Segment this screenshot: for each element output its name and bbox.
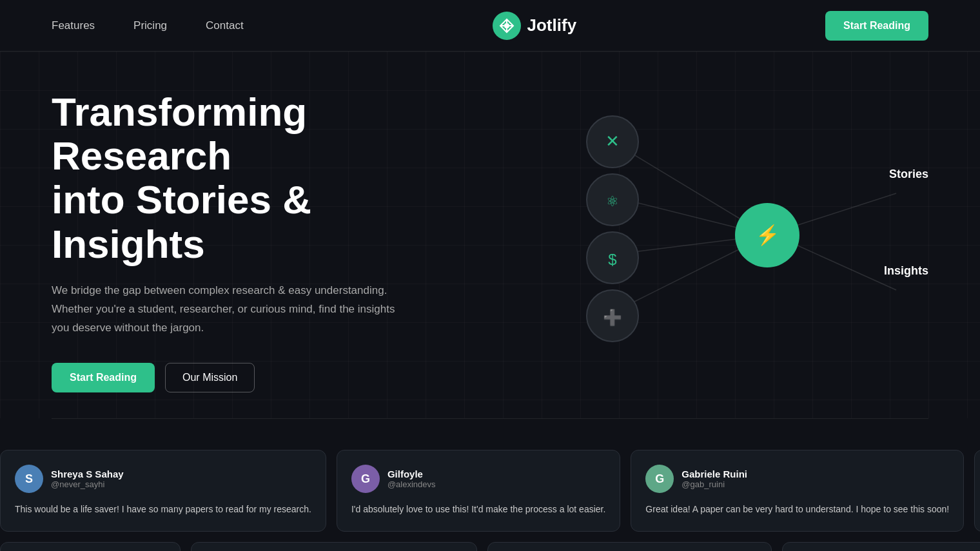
testimonial-card: A Apoorva @apoorva_ag_ This will be real… [191, 542, 477, 551]
logo-text: Jotlify [527, 15, 577, 35]
testimonial-name: Gabriele Ruini [681, 469, 747, 479]
testimonial-name: Shreya S Sahay [51, 469, 124, 479]
svg-line-6 [796, 245, 896, 290]
testimonial-card: A Angela Carrasco @angelaphilipco This i… [487, 542, 771, 551]
testimonial-avatar: G [351, 465, 380, 493]
testimonial-card: S Shreya S Sahay @never_sayhi This would… [0, 450, 326, 531]
testimonial-text: This would be a life saver! I have so ma… [15, 502, 311, 516]
testimonial-text: I'd absolutely love to use this! It'd ma… [351, 502, 605, 516]
testimonial-name: Gilfoyle [387, 469, 436, 479]
testimonial-header: S Shreya S Sahay @never_sayhi [15, 465, 311, 493]
svg-text:⚛: ⚛ [606, 193, 619, 209]
svg-text:✕: ✕ [605, 131, 620, 151]
testimonial-handle: @alexindevs [387, 479, 436, 489]
testimonial-card: G Gabriele Ruini @gab_ruini Great idea! … [631, 450, 964, 531]
hero-start-reading-button[interactable]: Start Reading [52, 363, 155, 392]
svg-text:⚡: ⚡ [756, 224, 780, 247]
testimonial-text: Great idea! A paper can be very hard to … [645, 502, 949, 516]
testimonial-handle: @never_sayhi [51, 479, 124, 489]
svg-text:$: $ [608, 251, 616, 268]
svg-line-5 [796, 193, 896, 226]
testimonial-card: G Gilfoyle @alexindevs I'd absolutely lo… [337, 450, 620, 531]
nav-pricing[interactable]: Pricing [133, 19, 167, 32]
testimonial-header: G Gabriele Ruini @gab_ruini [645, 465, 949, 493]
hero-subtitle: We bridge the gap between complex resear… [52, 282, 413, 338]
diagram-label-insights: Insights [884, 264, 928, 278]
logo-icon [493, 12, 521, 40]
testimonial-handle: @gab_ruini [681, 479, 747, 489]
svg-text:➕: ➕ [603, 308, 622, 327]
diagram-label-stories: Stories [889, 168, 928, 181]
hero-title: Transforming Research into Stories & Ins… [52, 90, 471, 266]
testimonials-section: S Shreya S Sahay @never_sayhi This would… [0, 419, 980, 551]
hero-buttons: Start Reading Our Mission [52, 363, 471, 392]
nav-cta-button[interactable]: Start Reading [825, 11, 928, 41]
navbar: Features Pricing Contact Jotlify Start R… [0, 0, 980, 52]
testimonial-avatar: S [15, 465, 43, 493]
nav-features[interactable]: Features [52, 19, 95, 32]
testimonial-card: A Aryan Raj Tiwary @space_aryan Great id… [782, 542, 980, 551]
testimonial-card: C Chaitanya Bajpai @cbajpai7 This would … [974, 450, 980, 531]
logo: Jotlify [493, 12, 577, 40]
testimonials-row-1: S Shreya S Sahay @never_sayhi This would… [0, 445, 980, 536]
hero-diagram: ✕ ⚛ $ ➕ ⚡ Stories Insights [490, 77, 980, 393]
testimonial-header: G Gilfoyle @alexindevs [351, 465, 605, 493]
hero-our-mission-button[interactable]: Our Mission [165, 363, 255, 392]
nav-contact[interactable]: Contact [206, 19, 244, 32]
svg-point-0 [504, 23, 509, 28]
testimonials-row-2: ? Can't wait Can't wait ! A Apoorva @apo… [0, 537, 980, 551]
testimonial-card: ? Can't wait Can't wait ! [0, 542, 181, 551]
nav-links: Features Pricing Contact [52, 19, 244, 32]
testimonial-avatar: G [645, 465, 674, 493]
hero-section: Transforming Research into Stories & Ins… [0, 52, 980, 418]
hero-content: Transforming Research into Stories & Ins… [52, 90, 471, 392]
